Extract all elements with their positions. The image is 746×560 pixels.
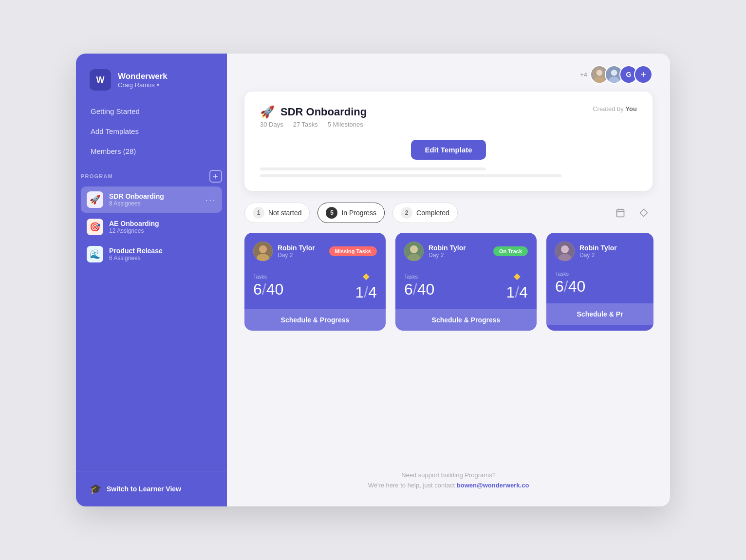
add-avatar-button[interactable]: + [634,65,653,84]
program-item-ae[interactable]: 🎯 AE Onboarding 12 Assignees [81,214,222,240]
filter-in-progress[interactable]: 5 In Progress [317,203,385,223]
status-icons [612,204,653,222]
svg-rect-6 [617,209,624,217]
svg-marker-10 [640,209,648,217]
template-left: 🚀 SDR Onboarding 30 Days 27 Tasks 5 Mile… [260,105,367,128]
completed-count: 2 [401,207,412,219]
in-progress-count: 5 [326,207,337,219]
switch-learner-view-button[interactable]: 🎓 Switch to Learner View [76,471,227,506]
card-avatar-1 [404,242,424,261]
main-footer: Need support building Programs? We're he… [227,455,670,506]
in-progress-label: In Progress [341,209,376,217]
assignee-card-1: Robin Tylor Day 2 On Track Tasks 6/40 ◆ [395,233,537,331]
diamond-filter-icon[interactable] [635,204,653,222]
program-info-product: Product Release 6 Assignees [109,247,216,261]
program-icon-ae: 🎯 [87,219,103,235]
calendar-icon[interactable] [612,204,629,222]
sidebar-nav: Getting Started Add Templates Members (2… [76,102,227,160]
filter-completed[interactable]: 2 Completed [392,203,458,223]
footer-email-link[interactable]: bowen@wonderwerk.co [457,482,529,489]
svg-point-15 [410,245,418,253]
card-footer-2[interactable]: Schedule & Pr [546,303,653,325]
program-info-sdr: SDR Onboarding 8 Assignees [109,192,199,207]
add-program-button[interactable]: ＋ [209,170,222,183]
sidebar-item-getting-started[interactable]: Getting Started [86,102,217,120]
template-right: Created by You [593,105,637,112]
filter-not-started[interactable]: 1 Not started [244,203,310,223]
not-started-count: 1 [253,207,264,219]
program-info-ae: AE Onboarding 12 Assignees [109,220,216,234]
milestone-value-0: 1/4 [355,283,377,301]
svg-point-12 [259,245,267,253]
template-meta: 30 Days 27 Tasks 5 Milestones [260,121,367,128]
card-header-2: Robin Tylor Day 2 [546,233,653,267]
template-card-wrapper: 🚀 SDR Onboarding 30 Days 27 Tasks 5 Mile… [227,92,670,199]
template-progress-bars [260,168,637,177]
card-task-stat-0: Tasks 6/40 [253,274,283,299]
chevron-down-icon: ▾ [157,82,159,88]
card-task-value-1: 6/40 [404,280,434,299]
program-icon-sdr: 🚀 [87,191,103,208]
brand-name: Wonderwerk [118,72,168,81]
cards-scroll: Robin Tylor Day 2 Missing Tasks Tasks 6/… [227,233,670,331]
card-header-0: Robin Tylor Day 2 Missing Tasks [244,233,386,267]
progress-bar-2 [260,174,561,177]
not-started-label: Not started [268,209,301,217]
card-avatar-2 [555,242,575,261]
milestone-value-1: 1/4 [506,283,528,301]
svg-point-2 [594,76,604,83]
edit-template-button[interactable]: Edit Template [411,140,485,160]
template-title: SDR Onboarding [280,106,367,118]
svg-point-18 [561,245,569,253]
card-stats-2: Tasks 6/40 [546,267,653,303]
svg-point-1 [597,70,603,76]
status-badge-1: On Track [493,246,528,256]
assignee-card-0: Robin Tylor Day 2 Missing Tasks Tasks 6/… [244,233,386,331]
sidebar-item-add-templates[interactable]: Add Templates [86,122,217,140]
card-user-info-1: Robin Tylor Day 2 [429,244,488,259]
template-card: 🚀 SDR Onboarding 30 Days 27 Tasks 5 Mile… [244,92,653,191]
sidebar-section-label: PROGRAM ＋ [76,160,227,187]
sidebar-logo: W [90,69,111,91]
template-title-row: 🚀 SDR Onboarding [260,105,367,119]
card-footer-1[interactable]: Schedule & Progress [395,309,537,331]
program-item-sdr[interactable]: 🚀 SDR Onboarding 8 Assignees ··· [81,187,222,213]
card-stats-1: Tasks 6/40 ◆ 1/4 [395,267,537,309]
card-task-value-2: 6/40 [555,278,585,296]
card-user-info-0: Robin Tylor Day 2 [278,244,324,259]
card-milestone-0: ◆ 1/4 [355,271,377,301]
svg-point-4 [611,70,617,76]
brand-user[interactable]: Craig Ramos ▾ [118,81,168,89]
avatar-group: +4 G + [580,65,653,84]
program-item-product[interactable]: 🌊 Product Release 6 Assignees [81,241,222,267]
card-stats-0: Tasks 6/40 ◆ 1/4 [244,267,386,309]
program-icon-product: 🌊 [87,246,103,262]
card-task-stat-2: Tasks 6/40 [555,271,585,296]
sidebar-header: W Wonderwerk Craig Ramos ▾ [76,54,227,102]
completed-label: Completed [416,209,449,217]
template-created: Created by You [593,105,637,112]
card-user-name-1: Robin Tylor [429,244,488,252]
footer-support: Need support building Programs? We're he… [242,470,654,491]
sidebar-brand: Wonderwerk Craig Ramos ▾ [118,72,168,89]
card-user-name-2: Robin Tylor [579,244,645,252]
status-badge-0: Missing Tasks [329,246,377,256]
learner-icon: 🎓 [90,483,102,495]
card-milestone-1: ◆ 1/4 [506,271,528,301]
program-more-icon[interactable]: ··· [205,194,216,205]
avatar-count: +4 [580,71,587,78]
template-card-top: 🚀 SDR Onboarding 30 Days 27 Tasks 5 Mile… [260,105,637,128]
card-footer-0[interactable]: Schedule & Progress [244,309,386,331]
card-user-info-2: Robin Tylor Day 2 [579,244,645,259]
sidebar: W Wonderwerk Craig Ramos ▾ Getting Start… [76,54,227,506]
diamond-icon-1: ◆ [514,271,521,281]
card-avatar-0 [253,242,273,261]
status-filter: 1 Not started 5 In Progress 2 Completed [227,199,670,233]
card-user-day-0: Day 2 [278,252,324,259]
card-task-stat-1: Tasks 6/40 [404,274,434,299]
sidebar-item-members[interactable]: Members (28) [86,142,217,160]
program-list: 🚀 SDR Onboarding 8 Assignees ··· 🎯 AE On… [76,187,227,267]
progress-bar-1 [260,168,486,170]
app-container: W Wonderwerk Craig Ramos ▾ Getting Start… [76,54,670,506]
svg-point-5 [609,76,619,83]
